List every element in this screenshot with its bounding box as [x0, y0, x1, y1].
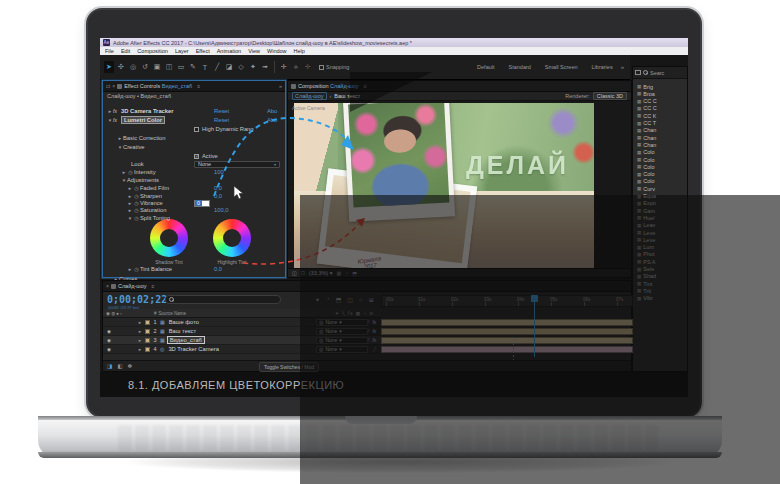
pen-tool[interactable]: ✎ — [188, 61, 198, 73]
visibility-eye-icon[interactable]: ◉ — [106, 347, 112, 352]
ec-row-tint-balance[interactable]: ►◷Tint Balance0,0 — [127, 265, 309, 273]
axis-tool-0[interactable]: ✛ — [279, 61, 289, 73]
effects-presets-search[interactable]: Searc — [633, 67, 687, 79]
breadcrumb-comp[interactable]: Слайд-шоу — [292, 92, 327, 100]
property-value[interactable]: 0,0 — [214, 185, 222, 191]
menu-window[interactable]: Window — [267, 48, 287, 54]
layer-name[interactable]: Видео_стаб — [167, 336, 205, 344]
axis-tool-2[interactable]: ⊹ — [303, 61, 313, 73]
layer-color-swatch[interactable] — [145, 338, 150, 343]
stopwatch-icon[interactable]: ◷ — [133, 215, 140, 221]
ec-row-faded-film[interactable]: ►◷Faded Film0,0 — [127, 184, 309, 192]
renderer-control[interactable]: Renderer: Classic 3D — [565, 92, 627, 100]
stopwatch-icon[interactable]: ◷ — [127, 169, 134, 175]
layer-color-swatch[interactable] — [145, 329, 150, 334]
stopwatch-icon[interactable]: ◷ — [133, 207, 140, 213]
panel-menu-icon[interactable]: ≡ — [151, 283, 154, 289]
selection-tool[interactable]: ➤ — [104, 61, 114, 73]
effect-item-13[interactable]: ▦Colo — [637, 178, 687, 185]
tab-timeline-comp[interactable]: Слайд-шоу — [118, 283, 147, 289]
checkbox-active[interactable]: ✓ — [194, 154, 199, 159]
ec-row-basic-correction[interactable]: ►Basic Correction — [117, 134, 299, 142]
ec-row-split-toning[interactable]: ▼◷Split Toning — [127, 214, 309, 222]
shadow-tint-color-wheel[interactable] — [150, 219, 188, 257]
highlight-tint-color-wheel[interactable] — [213, 219, 251, 257]
look-dropdown[interactable]: None▾ — [194, 161, 280, 168]
menu-view[interactable]: View — [248, 48, 260, 54]
snapping-toggle[interactable]: Snapping — [319, 64, 349, 70]
close-icon[interactable]: × — [106, 283, 109, 289]
search-input[interactable]: Searc — [650, 70, 664, 76]
effect-item-9[interactable]: ▦Colo — [637, 149, 687, 156]
snapping-checkbox[interactable] — [319, 65, 324, 70]
ec-row-3d-camera-tracker[interactable]: ►fx3D Camera TrackerResetAbo — [107, 107, 289, 115]
snapshot-icon[interactable]: ◫ — [292, 270, 297, 276]
current-timecode[interactable]: 0;00;02;22 — [107, 294, 167, 305]
rotation-tool[interactable]: ↺ — [140, 61, 150, 73]
twirl-icon[interactable]: ► — [138, 320, 143, 325]
eraser-tool[interactable]: ◇ — [236, 61, 246, 73]
property-value[interactable]: 0,0 — [214, 266, 222, 272]
layer-name[interactable]: Ваш текст — [167, 328, 198, 334]
axis-tool-1[interactable]: ⟡ — [291, 61, 301, 73]
effect-item-7[interactable]: ▦Chan — [637, 134, 687, 141]
menu-help[interactable]: Help — [294, 48, 305, 54]
layer-name[interactable]: Ваше фото — [167, 319, 201, 325]
menu-layer[interactable]: Layer — [175, 48, 189, 54]
workspace-overflow-chevron[interactable]: » — [621, 64, 626, 70]
effect-item-14[interactable]: ▦Curv — [637, 185, 687, 192]
camera-tool[interactable]: ▣ — [152, 61, 162, 73]
effect-item-5[interactable]: ▦CC T — [637, 120, 687, 127]
menu-animation[interactable]: Animation — [217, 48, 241, 54]
effect-item-3[interactable]: ▦CC C — [637, 105, 687, 112]
ec-row-intensity[interactable]: ►◷Intensity100 — [121, 168, 303, 176]
ec-row-look[interactable]: LookNone▾ — [131, 160, 313, 168]
twirl-icon[interactable]: ► — [138, 329, 143, 334]
type-tool[interactable]: T — [200, 61, 210, 73]
layer-color-swatch[interactable] — [145, 320, 150, 325]
stopwatch-icon[interactable]: ◷ — [133, 266, 140, 272]
renderer-value-button[interactable]: Classic 3D — [593, 92, 627, 100]
ec-row-creative[interactable]: ▼Creative — [117, 143, 299, 151]
workspace-default[interactable]: Default — [477, 64, 494, 70]
menu-edit[interactable]: Edit — [121, 48, 130, 54]
workspace-small-screen[interactable]: Small Screen — [545, 64, 578, 70]
reset-link[interactable]: Reset — [214, 108, 229, 114]
window-titlebar[interactable]: Ae Adobe After Effects CC 2017 - C:\User… — [100, 38, 688, 47]
expand-transfer-controls-icon[interactable]: ◧ — [117, 363, 122, 369]
effect-item-10[interactable]: ▦Colo — [637, 156, 687, 163]
ec-row-adjustments[interactable]: ▼Adjustments — [121, 176, 303, 184]
hand-tool[interactable]: ✣ — [116, 61, 126, 73]
effect-item-6[interactable]: ▦Chan — [637, 127, 687, 134]
property-value[interactable]: 100 — [214, 169, 224, 175]
effect-item-0[interactable]: ▦Brig — [637, 83, 687, 90]
visibility-eye-icon[interactable]: ◉ — [106, 338, 112, 343]
layer-color-swatch[interactable] — [145, 347, 150, 352]
ec-row-saturation[interactable]: ►◷Saturation100,0 — [127, 206, 309, 214]
menu-effect[interactable]: Effect — [196, 48, 210, 54]
effect-item-4[interactable]: ▦CC K — [637, 112, 687, 119]
about-link[interactable]: Abo — [267, 117, 284, 123]
workspace-standard[interactable]: Standard — [509, 64, 531, 70]
effect-item-1[interactable]: ▦Broa — [637, 90, 687, 97]
zoom-tool[interactable]: ◎ — [128, 61, 138, 73]
timeline-search-field[interactable] — [165, 295, 281, 304]
stamp-tool[interactable]: ◪ — [224, 61, 234, 73]
layer-name[interactable]: 3D Tracker Camera — [166, 346, 221, 352]
about-link[interactable]: Abo — [267, 108, 284, 114]
property-value[interactable]: 100,0 — [214, 207, 229, 213]
pan-behind-tool[interactable]: ◫ — [164, 61, 174, 73]
expand-inout-icon[interactable]: ✽ — [127, 363, 132, 369]
twirl-icon[interactable]: ► — [138, 338, 143, 343]
puppet-tool[interactable]: ➟ — [260, 61, 270, 73]
workspace-libraries[interactable]: Libraries — [592, 64, 613, 70]
menu-composition[interactable]: Composition — [137, 48, 168, 54]
effect-item-2[interactable]: ▦CC C — [637, 98, 687, 105]
stopwatch-icon[interactable]: ◷ — [133, 185, 140, 191]
reset-link[interactable]: Reset — [214, 117, 229, 123]
ec-row-lumetri-color[interactable]: ▼fxLumetri ColorResetAbo — [107, 116, 289, 124]
shape-tool[interactable]: ▭ — [176, 61, 186, 73]
menu-file[interactable]: File — [105, 48, 114, 54]
brush-tool[interactable]: ╱ — [212, 61, 222, 73]
column-source-name[interactable]: Source Name — [158, 311, 186, 316]
